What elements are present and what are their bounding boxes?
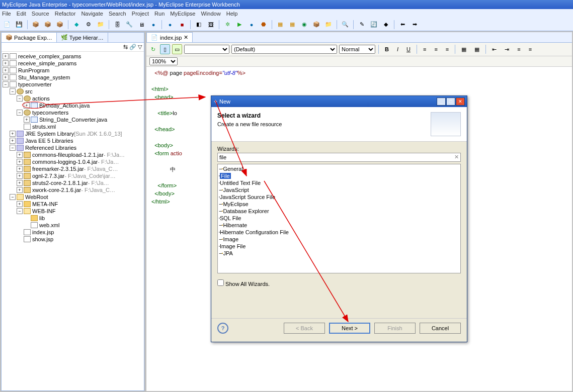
italic-icon[interactable]: I xyxy=(394,45,401,53)
cell-icon[interactable]: ▦ xyxy=(471,45,482,54)
expand-icon[interactable]: + xyxy=(24,103,30,109)
tree-label[interactable]: freemarker-2.3.15.jar xyxy=(32,166,84,172)
editor-tab-index[interactable]: 📄index.jsp✕ xyxy=(146,32,193,42)
tree-label[interactable]: META-INF xyxy=(32,201,58,207)
tree-label[interactable]: typeconverter xyxy=(18,81,52,87)
expand-icon[interactable]: + xyxy=(17,201,23,207)
tree-label[interactable]: File xyxy=(220,173,231,179)
tree-label[interactable]: Image xyxy=(223,236,238,242)
table-icon[interactable]: ▦ xyxy=(458,45,469,54)
pkg-icon[interactable]: 📦 xyxy=(31,20,41,30)
expand-icon[interactable]: + xyxy=(17,180,23,186)
menu-help[interactable]: Help xyxy=(226,11,238,17)
align-left-icon[interactable]: ≡ xyxy=(420,45,429,53)
style-select[interactable]: Normal xyxy=(339,45,375,54)
tree-label[interactable]: struts.xml xyxy=(32,124,56,130)
tree-label[interactable]: index.jsp xyxy=(32,229,54,235)
globe3-icon[interactable]: ● xyxy=(247,20,257,30)
underline-icon[interactable]: U xyxy=(403,45,414,53)
cyan-icon[interactable]: ◆ xyxy=(71,20,81,30)
tree-label[interactable]: RunProgram xyxy=(18,67,49,73)
new-icon[interactable]: 📄 xyxy=(2,20,12,30)
menu-icon[interactable]: ▽ xyxy=(138,44,142,50)
tree-label[interactable]: WEB-INF xyxy=(32,208,55,214)
image-icon[interactable]: 🖼 xyxy=(206,20,216,30)
indent-icon[interactable]: ⇥ xyxy=(502,45,512,54)
list-icon[interactable]: ≡ xyxy=(514,45,523,53)
align-center-icon[interactable]: ≡ xyxy=(431,45,440,53)
tree-label[interactable]: JavaScript xyxy=(223,187,249,193)
stop-icon[interactable]: ■ xyxy=(177,20,187,30)
menu-window[interactable]: Window xyxy=(201,11,221,17)
expand-icon[interactable]: + xyxy=(17,173,23,179)
tree-label[interactable]: struts2-core-2.1.8.1.jar xyxy=(32,180,88,186)
cancel-button[interactable]: Cancel xyxy=(420,323,461,334)
tree-label[interactable]: SQL File xyxy=(220,215,241,221)
expand-icon[interactable]: + xyxy=(3,60,9,66)
diamond-icon[interactable]: ◆ xyxy=(381,20,391,30)
expand-icon[interactable]: + xyxy=(17,152,23,158)
box2-icon[interactable]: 📦 xyxy=(55,20,65,30)
dialog-titlebar[interactable]: ✧ New _ □ ✕ xyxy=(211,96,467,107)
menu-source[interactable]: Source xyxy=(32,11,49,17)
tree-label[interactable]: JRE System Library xyxy=(25,131,74,137)
fwd-icon[interactable]: ➡ xyxy=(410,20,420,30)
menu-myeclipse[interactable]: MyEclipse xyxy=(170,11,195,17)
split-v-icon[interactable]: ▭ xyxy=(172,44,182,54)
tree-label[interactable]: Database Explorer xyxy=(223,208,269,214)
back-button[interactable]: < Back xyxy=(284,323,325,334)
menu-search[interactable]: Search xyxy=(109,11,126,17)
split-h-icon[interactable]: ▯ xyxy=(160,44,170,54)
tree-label[interactable]: receive_complex_params xyxy=(18,53,81,59)
close-icon[interactable]: ✕ xyxy=(456,97,465,106)
collapse-icon[interactable]: ⇆ xyxy=(123,44,128,50)
tree-label[interactable]: web.xml xyxy=(39,222,59,228)
menu-refactor[interactable]: Refactor xyxy=(55,11,76,17)
close-icon[interactable]: ✕ xyxy=(184,34,188,41)
tree-label[interactable]: Birthday_Action.java xyxy=(39,103,90,109)
expand-icon[interactable]: + xyxy=(24,117,30,123)
tree-label[interactable]: typeconverters xyxy=(32,110,68,116)
collapse-icon[interactable]: − xyxy=(17,110,23,116)
db-icon[interactable]: 🗄 xyxy=(112,20,122,30)
maximize-icon[interactable]: □ xyxy=(446,97,455,106)
tree-label[interactable]: String_Date_Converter.java xyxy=(39,117,107,123)
minimize-icon[interactable]: _ xyxy=(437,97,446,106)
tree-label[interactable]: commons-logging-1.0.4.jar xyxy=(32,159,98,165)
tree-label[interactable]: Referenced Libraries xyxy=(25,145,76,151)
bold-icon[interactable]: B xyxy=(382,45,392,53)
expand-icon[interactable]: + xyxy=(3,67,9,73)
link-icon[interactable]: 🔗 xyxy=(129,44,136,50)
tree-label[interactable]: JavaScript Source File xyxy=(220,194,275,200)
expand-icon[interactable]: + xyxy=(3,74,9,80)
tree-label[interactable]: JPA xyxy=(223,250,232,256)
folder2-icon[interactable]: 📁 xyxy=(323,20,334,30)
debug-icon[interactable]: ✲ xyxy=(222,20,232,30)
clear-icon[interactable]: ✕ xyxy=(454,154,459,160)
sync-icon[interactable]: 🔄 xyxy=(369,20,379,30)
tree-label[interactable]: receive_simple_params xyxy=(18,60,76,66)
font-select[interactable] xyxy=(184,45,229,54)
tree-label[interactable]: WebRoot xyxy=(25,194,48,200)
expand-icon[interactable]: + xyxy=(17,159,23,165)
tree-label[interactable]: src xyxy=(25,88,33,94)
ext-icon[interactable]: ⬣ xyxy=(259,20,269,30)
search-icon[interactable]: 🔍 xyxy=(340,20,350,30)
tree-label[interactable]: Java EE 5 Libraries xyxy=(25,138,73,144)
numlist-icon[interactable]: ≡ xyxy=(526,45,535,53)
class-icon[interactable]: ◉ xyxy=(299,20,309,30)
tree-label[interactable]: General xyxy=(223,166,242,172)
run-icon[interactable]: ▶ xyxy=(234,20,244,30)
menu-navigate[interactable]: Navigate xyxy=(81,11,103,17)
outdent-icon[interactable]: ⇤ xyxy=(489,45,500,54)
expand-icon[interactable]: + xyxy=(10,138,16,144)
collapse-icon[interactable]: − xyxy=(17,95,23,102)
tree-label[interactable]: Image File xyxy=(220,243,245,249)
refresh-icon[interactable]: ↻ xyxy=(148,44,158,54)
tree-label[interactable]: show.jsp xyxy=(32,236,53,242)
wizard-tree[interactable]: −General File Untitled Text File −JavaSc… xyxy=(217,164,461,273)
tree-label[interactable]: commons-fileupload-1.2.1.jar xyxy=(32,152,104,158)
expand-icon[interactable]: + xyxy=(17,187,23,193)
menu-run[interactable]: Run xyxy=(154,11,165,17)
grid2-icon[interactable]: ▦ xyxy=(287,20,297,30)
